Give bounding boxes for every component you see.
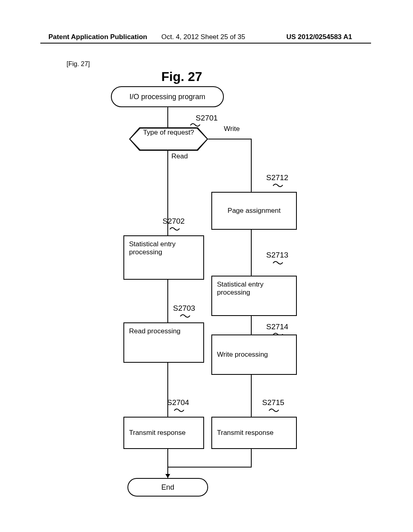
figure-reference: [Fig. 27]: [67, 60, 90, 68]
branch-write-label: Write: [224, 125, 240, 133]
branch-read-label: Read: [171, 152, 188, 160]
squiggle-icon: [269, 407, 279, 412]
header-left: Patent Application Publication: [48, 33, 147, 41]
step-label-s2715: S2715: [262, 398, 284, 407]
process-write: Write processing: [211, 335, 297, 375]
squiggle-icon: [174, 407, 184, 412]
squiggle-icon: [190, 122, 200, 127]
process-label: Page assignment: [227, 207, 280, 215]
process-page-assignment: Page assignment: [211, 192, 297, 230]
step-label-s2703: S2703: [173, 304, 195, 313]
squiggle-icon: [273, 260, 283, 264]
process-label: Statistical entry processing: [217, 281, 282, 297]
figure-title: Fig. 27: [161, 69, 202, 84]
step-label-s2701: S2701: [196, 114, 218, 123]
process-stat-read: Statistical entry processing: [123, 235, 204, 280]
header-mid: Oct. 4, 2012 Sheet 25 of 35: [161, 33, 245, 41]
step-label-s2702: S2702: [163, 217, 185, 226]
arrow-down-icon: [165, 474, 170, 478]
process-read: Read processing: [123, 322, 204, 363]
connector: [251, 375, 252, 417]
header-rule: [40, 43, 371, 44]
connector: [167, 363, 168, 417]
connector: [251, 230, 252, 276]
connector: [167, 467, 252, 468]
connector: [251, 316, 252, 335]
process-label: Transmit response: [217, 429, 273, 437]
process-response-read: Transmit response: [123, 417, 204, 449]
process-response-write: Transmit response: [211, 417, 297, 449]
squiggle-icon: [273, 182, 283, 187]
process-label: Statistical entry processing: [129, 240, 190, 256]
step-label-s2704: S2704: [167, 398, 189, 407]
squiggle-icon: [180, 313, 190, 318]
process-label: Read processing: [129, 327, 181, 335]
connector: [251, 139, 252, 192]
terminator-end: End: [127, 478, 208, 497]
connector: [167, 280, 168, 322]
process-stat-write: Statistical entry processing: [211, 276, 297, 316]
squiggle-icon: [169, 226, 180, 231]
step-label-s2712: S2712: [266, 173, 288, 182]
step-label-s2714: S2714: [266, 322, 288, 331]
connector: [251, 449, 252, 467]
terminator-start-label: I/O processing program: [129, 93, 205, 101]
decision-label: Type of request?: [130, 129, 207, 137]
connector: [167, 107, 168, 128]
process-label: Transmit response: [129, 429, 186, 437]
connector: [208, 139, 252, 139]
step-label-s2713: S2713: [266, 251, 288, 260]
process-label: Write processing: [217, 351, 268, 359]
header-right: US 2012/0254583 A1: [286, 33, 352, 41]
terminator-end-label: End: [161, 483, 174, 492]
terminator-start: I/O processing program: [111, 86, 224, 107]
